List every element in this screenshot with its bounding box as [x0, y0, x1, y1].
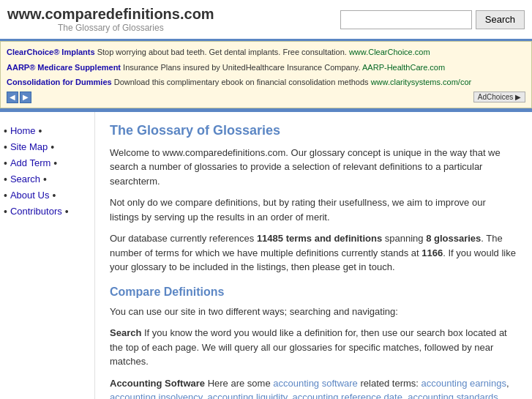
section2-title: Compare Definitions: [110, 286, 517, 299]
adchoices-label[interactable]: AdChoices ▶: [473, 92, 525, 102]
stats-terms: 11485 terms and definitions: [257, 233, 382, 244]
ad-nav-arrows: ◀ ▶: [7, 92, 31, 103]
ad-url-2[interactable]: AARP-HealthCare.com: [362, 63, 445, 72]
dot-contributors: •: [65, 206, 69, 217]
dot-sitemap: •: [50, 141, 54, 153]
accounting-link2[interactable]: accounting earnings: [422, 378, 506, 389]
ad-url-1[interactable]: www.ClearChoice.com: [349, 48, 430, 56]
ad-next-button[interactable]: ▶: [20, 92, 31, 103]
bullet-search: •: [4, 174, 7, 185]
ad-url-3[interactable]: www.claritysystems.com/cor: [371, 78, 472, 86]
stats-paragraph: Our database currently references 11485 …: [110, 231, 517, 275]
sidebar-item-contributors[interactable]: • Contributors •: [4, 204, 91, 220]
sidebar-link-aboutus[interactable]: About Us: [10, 190, 49, 201]
ad-title-2[interactable]: AARP® Medicare Supplement: [7, 63, 121, 72]
sidebar-item-sitemap[interactable]: • Site Map •: [4, 139, 91, 155]
dot-aboutus: •: [52, 190, 56, 201]
sidebar-link-contributors[interactable]: Contributors: [10, 206, 62, 217]
search-input[interactable]: [340, 10, 472, 29]
intro-p1: Welcome to www.comparedefinitions.com. O…: [110, 146, 517, 189]
ad-row-3: Consolidation for Dummies Download this …: [7, 75, 525, 90]
sidebar-item-home[interactable]: • Home •: [4, 123, 91, 139]
stats-prefix: Our database currently references: [110, 233, 257, 244]
search-button[interactable]: Search: [476, 10, 525, 29]
ad-prev-button[interactable]: ◀: [7, 92, 18, 103]
ad-title-1[interactable]: ClearChoice® Implants: [7, 48, 95, 56]
ad-banner: ClearChoice® Implants Stop worrying abou…: [0, 41, 532, 108]
bullet-addterm: •: [4, 157, 7, 169]
stats-mid: spanning: [382, 233, 426, 244]
accounting-link4[interactable]: accounting liquidity: [207, 392, 287, 399]
bullet-home: •: [4, 125, 7, 137]
search-paragraph: Search If you know the word you would li…: [110, 326, 517, 369]
stats-count: 1166: [422, 247, 443, 258]
site-branding: www.comparedefinitions.com The Glossary …: [7, 6, 214, 33]
sidebar-link-search[interactable]: Search: [10, 174, 40, 184]
ad-row-1: ClearChoice® Implants Stop worrying abou…: [7, 45, 525, 60]
bullet-sitemap: •: [4, 141, 7, 153]
accounting-link5[interactable]: accounting reference date: [293, 392, 402, 399]
ad-title-3[interactable]: Consolidation for Dummies: [7, 78, 112, 86]
main-content-title: The Glossary of Glossaries: [110, 123, 517, 138]
dot-search: •: [43, 174, 47, 185]
bullet-aboutus: •: [4, 190, 7, 201]
search-desc: If you know the word you would like a de…: [110, 327, 507, 367]
sidebar-item-addterm[interactable]: • Add Term •: [4, 155, 91, 171]
ad-text-3: Download this complimentary ebook on fin…: [114, 78, 369, 86]
section2-intro: You can use our site in two different wa…: [110, 305, 517, 319]
sidebar-item-search[interactable]: • Search •: [4, 171, 91, 187]
sidebar-link-addterm[interactable]: Add Term: [10, 157, 50, 168]
accounting-text: Here are some: [205, 378, 273, 389]
accounting-link3[interactable]: accounting insolvency: [110, 392, 202, 399]
site-subtitle: The Glossary of Glossaries: [7, 23, 214, 33]
ad-text-1: Stop worrying about bad teeth. Get denta…: [97, 48, 347, 56]
search-form: Search: [340, 10, 525, 29]
accounting-link6[interactable]: accounting standards: [408, 392, 498, 399]
sidebar-item-aboutus[interactable]: • About Us •: [4, 187, 91, 204]
content-area: The Glossary of Glossaries Welcome to ww…: [95, 112, 532, 400]
sidebar-link-home[interactable]: Home: [10, 125, 36, 136]
ad-text-2: Insurance Plans insured by UnitedHealthc…: [123, 63, 360, 72]
sidebar: • Home • • Site Map • • Add Term • • Sea…: [0, 112, 95, 400]
search-label: Search: [110, 327, 141, 338]
accounting-link1[interactable]: accounting software: [273, 378, 358, 389]
site-title: www.comparedefinitions.com: [7, 6, 214, 23]
dot-home: •: [39, 125, 42, 137]
bullet-contributors: •: [4, 206, 7, 217]
accounting-label: Accounting Software: [110, 378, 205, 389]
main-layout: • Home • • Site Map • • Add Term • • Sea…: [0, 112, 532, 400]
ad-footer: ◀ ▶ AdChoices ▶: [7, 90, 525, 105]
sidebar-link-sitemap[interactable]: Site Map: [10, 141, 48, 152]
accounting-text2: related terms:: [358, 378, 422, 389]
dot-addterm: •: [53, 157, 57, 169]
intro-p2: Not only do we compare definitions, but …: [110, 195, 517, 224]
stats-glossaries: 8 glossaries: [426, 233, 481, 244]
accounting-paragraph: Accounting Software Here are some accoun…: [110, 376, 517, 400]
ad-row-2: AARP® Medicare Supplement Insurance Plan…: [7, 60, 525, 75]
header: www.comparedefinitions.com The Glossary …: [0, 0, 532, 41]
